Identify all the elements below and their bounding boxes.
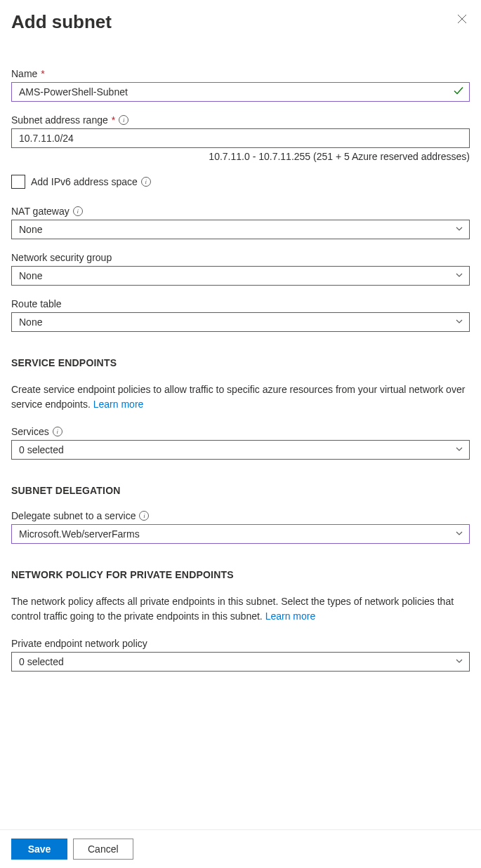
ipv6-checkbox[interactable] <box>11 175 25 189</box>
panel-header: Add subnet <box>11 11 470 33</box>
info-icon[interactable]: i <box>141 177 151 187</box>
address-range-label-text: Subnet address range <box>11 114 108 126</box>
footer: Save Cancel <box>0 829 481 868</box>
policy-label: Private endpoint network policy <box>11 638 470 649</box>
service-endpoints-desc: Create service endpoint policies to allo… <box>11 382 470 412</box>
info-icon[interactable]: i <box>119 115 129 125</box>
route-table-select[interactable]: None <box>11 312 470 332</box>
required-indicator: * <box>41 68 44 79</box>
subnet-delegation-heading: SUBNET DELEGATION <box>11 485 470 496</box>
nsg-label-text: Network security group <box>11 252 112 263</box>
address-range-input[interactable] <box>11 128 470 148</box>
info-icon[interactable]: i <box>73 206 83 216</box>
required-indicator: * <box>112 114 115 126</box>
nat-gateway-label: NAT gateway i <box>11 206 470 217</box>
close-icon <box>457 14 467 26</box>
cancel-button[interactable]: Cancel <box>73 839 133 860</box>
chevron-down-icon <box>455 656 463 667</box>
services-select[interactable]: 0 selected <box>11 440 470 460</box>
nsg-field: Network security group None <box>11 252 470 286</box>
page-title: Add subnet <box>11 11 112 33</box>
delegate-field: Delegate subnet to a service i Microsoft… <box>11 510 470 544</box>
nat-gateway-select[interactable]: None <box>11 220 470 239</box>
nsg-select[interactable]: None <box>11 266 470 286</box>
save-button[interactable]: Save <box>11 839 67 860</box>
name-input[interactable] <box>11 82 470 102</box>
nat-gateway-value: None <box>19 224 42 235</box>
address-range-helper: 10.7.11.0 - 10.7.11.255 (251 + 5 Azure r… <box>11 151 470 162</box>
ipv6-label: Add IPv6 address space i <box>31 176 151 187</box>
nsg-label: Network security group <box>11 252 470 263</box>
delegate-label: Delegate subnet to a service i <box>11 510 470 521</box>
policy-label-text: Private endpoint network policy <box>11 638 147 649</box>
name-label-text: Name <box>11 68 37 79</box>
network-policy-desc-text: The network policy affects all private e… <box>11 596 454 622</box>
service-endpoints-heading: SERVICE ENDPOINTS <box>11 357 470 368</box>
policy-value: 0 selected <box>19 656 64 667</box>
ipv6-label-text: Add IPv6 address space <box>31 176 138 187</box>
policy-select[interactable]: 0 selected <box>11 652 470 672</box>
chevron-down-icon <box>455 270 463 281</box>
network-policy-desc: The network policy affects all private e… <box>11 594 470 624</box>
chevron-down-icon <box>455 528 463 540</box>
ipv6-row: Add IPv6 address space i <box>11 175 470 189</box>
delegate-value: Microsoft.Web/serverFarms <box>19 528 140 540</box>
route-table-value: None <box>19 316 42 328</box>
policy-field: Private endpoint network policy 0 select… <box>11 638 470 672</box>
route-table-label-text: Route table <box>11 298 62 309</box>
info-icon[interactable]: i <box>53 427 62 436</box>
services-label: Services i <box>11 426 470 437</box>
name-field: Name * <box>11 68 470 102</box>
address-range-label: Subnet address range * i <box>11 114 470 126</box>
nat-gateway-label-text: NAT gateway <box>11 206 70 217</box>
chevron-down-icon <box>455 224 463 235</box>
network-policy-heading: NETWORK POLICY FOR PRIVATE ENDPOINTS <box>11 569 470 580</box>
check-icon <box>453 86 464 99</box>
services-value: 0 selected <box>19 444 64 455</box>
learn-more-link[interactable]: Learn more <box>265 610 316 622</box>
nsg-value: None <box>19 270 42 281</box>
route-table-label: Route table <box>11 298 470 309</box>
address-range-field: Subnet address range * i 10.7.11.0 - 10.… <box>11 114 470 162</box>
services-field: Services i 0 selected <box>11 426 470 460</box>
service-endpoints-desc-text: Create service endpoint policies to allo… <box>11 384 465 410</box>
chevron-down-icon <box>455 316 463 328</box>
close-button[interactable] <box>454 11 470 29</box>
name-label: Name * <box>11 68 470 79</box>
chevron-down-icon <box>455 444 463 455</box>
delegate-label-text: Delegate subnet to a service <box>11 510 136 521</box>
nat-gateway-field: NAT gateway i None <box>11 206 470 239</box>
info-icon[interactable]: i <box>139 511 149 521</box>
delegate-select[interactable]: Microsoft.Web/serverFarms <box>11 524 470 544</box>
learn-more-link[interactable]: Learn more <box>93 399 144 410</box>
services-label-text: Services <box>11 426 49 437</box>
route-table-field: Route table None <box>11 298 470 332</box>
